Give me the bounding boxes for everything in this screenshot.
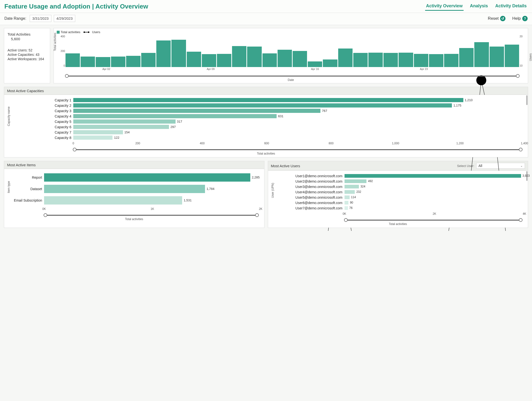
capacities-scrollbar[interactable] <box>526 95 528 105</box>
capacities-card: Most Active Capacities Capacity name Cap… <box>4 87 528 157</box>
items-x-label: Total activities <box>8 217 261 221</box>
chevron-down-icon: ⌄ <box>520 164 523 167</box>
kpi-total-activities-label: Total Activities <box>8 32 47 36</box>
kpi-active-capacities: Active Capacities: 43 <box>8 53 47 57</box>
kpi-active-users: Active Users: 52 <box>8 48 47 52</box>
combo-chart: Total activities Users Total activities … <box>54 28 528 83</box>
reset-button[interactable]: Reset ↺ <box>488 16 505 21</box>
slider-knob-right[interactable] <box>255 213 259 217</box>
legend-users-label: Users <box>92 30 100 34</box>
users-card: Most Active Users Select User: All ⌄ Use… <box>268 161 528 228</box>
items-slider[interactable] <box>44 214 258 216</box>
capacities-title: Most Active Capacities <box>7 89 44 93</box>
capacities-y-label: Capacity name <box>7 107 10 126</box>
items-card: Most Active Items Item type Report2,285D… <box>4 161 264 228</box>
slider-knob-left[interactable] <box>73 148 76 151</box>
date-range-label: Date Range: <box>4 16 26 21</box>
combo-y1-label: Total activities <box>53 33 57 51</box>
help-button[interactable]: Help ? <box>512 16 528 21</box>
users-x-ticks: 0K2K4K <box>345 212 525 216</box>
users-slider[interactable] <box>345 219 522 221</box>
slider-knob-right[interactable] <box>516 74 520 78</box>
capacities-x-ticks: 02004006008001,0001,2001,400 <box>73 142 524 146</box>
tab-activity-details[interactable]: Activity Details <box>494 2 528 11</box>
slider-knob-left[interactable] <box>65 74 69 78</box>
combo-y2-label: Users <box>529 53 532 61</box>
slider-knob-left[interactable] <box>344 218 348 222</box>
date-start-input[interactable]: 3/31/2023 <box>30 15 51 22</box>
help-icon: ? <box>522 16 528 21</box>
tab-analysis[interactable]: Analysis <box>469 2 489 11</box>
users-x-label: Total activities <box>271 222 525 226</box>
help-label: Help <box>512 16 521 21</box>
date-end-input[interactable]: 4/29/2023 <box>54 15 75 22</box>
items-title: Most Active Items <box>7 163 36 167</box>
tab-activity-overview[interactable]: Activity Overview <box>425 2 464 11</box>
legend-activities-icon <box>57 31 60 34</box>
items-x-ticks: 0K1K2K <box>44 207 261 212</box>
kpi-card: Total Activities 5,600 Active Users: 52 … <box>4 28 50 83</box>
kpi-active-workspaces: Active Workspaces: 164 <box>8 57 47 61</box>
combo-x-ticks: Apr 02Apr 09Apr 16Apr 23 <box>65 68 519 71</box>
page-title: Feature Usage and Adoption | Activity Ov… <box>4 3 425 10</box>
legend-activities-label: Total activities <box>61 30 80 34</box>
tabs: Activity Overview Analysis Activity Deta… <box>425 2 528 11</box>
items-chart[interactable]: Report2,285Dataset1,784Email Subscriptio… <box>10 172 261 206</box>
slider-knob-right[interactable] <box>519 148 523 151</box>
reset-label: Reset <box>488 16 499 21</box>
combo-y1-ticks: 400 200 0 <box>58 35 65 67</box>
slider-knob-left[interactable] <box>44 213 47 217</box>
legend-users-icon <box>84 32 89 32</box>
capacities-slider[interactable] <box>73 148 522 151</box>
capacities-x-label: Total activities <box>8 152 524 155</box>
users-chart[interactable]: User1@demo.onmicrosoft.com3,923User2@dem… <box>274 173 525 211</box>
reset-icon: ↺ <box>500 16 505 21</box>
slider-knob-right[interactable] <box>519 218 523 222</box>
capacities-chart[interactable]: Capacity 11,210Capacity 21,175Capacity 3… <box>25 98 524 140</box>
combo-y2-ticks: 20 10 <box>520 35 525 67</box>
kpi-total-activities-value: 5,600 <box>11 37 47 41</box>
combo-date-slider[interactable] <box>65 75 519 77</box>
